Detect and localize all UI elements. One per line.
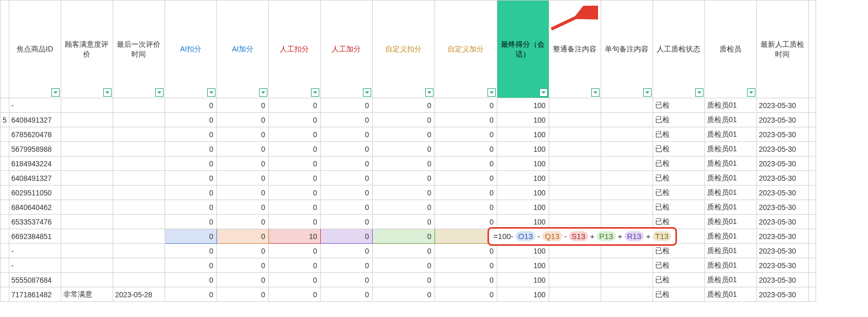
cell-note1[interactable] bbox=[549, 171, 601, 186]
cell-qcstat[interactable]: 已检 bbox=[653, 98, 704, 113]
column-header-sat[interactable]: 顾客满意度评价 bbox=[61, 1, 113, 98]
cell-cusminus[interactable]: 0 bbox=[372, 186, 435, 200]
cell-note2[interactable] bbox=[601, 113, 653, 127]
cell-note1[interactable] bbox=[549, 186, 601, 200]
cell-aiplus[interactable]: 0 bbox=[216, 156, 268, 171]
cell-sat[interactable] bbox=[61, 142, 113, 156]
cell-leadcol[interactable] bbox=[1, 287, 9, 302]
cell-prodid[interactable]: 6785620478 bbox=[9, 127, 61, 142]
cell-qctime[interactable]: 2023-05-30 bbox=[756, 142, 808, 156]
cell-cusminus[interactable]: 0 bbox=[372, 113, 435, 127]
cell-leadcol[interactable] bbox=[1, 229, 9, 244]
cell-tailcol[interactable] bbox=[808, 287, 816, 302]
cell-qctime[interactable]: 2023-05-30 bbox=[756, 258, 808, 273]
cell-qcstat[interactable]: 已检 bbox=[653, 200, 704, 215]
cell-inspector[interactable]: 质检员01 bbox=[704, 200, 756, 215]
column-header-note2[interactable]: 单句备注内容 bbox=[601, 1, 653, 98]
cell-note2[interactable] bbox=[601, 258, 653, 273]
column-header-tailcol[interactable] bbox=[808, 1, 816, 98]
cell-aiplus[interactable]: 0 bbox=[216, 142, 268, 156]
cell-qcstat[interactable]: 已检 bbox=[653, 287, 704, 302]
cell-sat[interactable] bbox=[61, 273, 113, 287]
cell-manplus[interactable]: 0 bbox=[320, 156, 372, 171]
cell-manplus[interactable]: 0 bbox=[320, 171, 372, 186]
cell-leadcol[interactable] bbox=[1, 142, 9, 156]
cell-inspector[interactable]: 质检员01 bbox=[704, 113, 756, 127]
cell-inspector[interactable]: 质检员01 bbox=[704, 215, 756, 229]
cell-note1[interactable] bbox=[549, 98, 601, 113]
cell-cusplus[interactable]: 0 bbox=[435, 127, 497, 142]
cell-final[interactable]: 100 bbox=[497, 156, 549, 171]
cell-inspector[interactable]: 质检员01 bbox=[704, 156, 756, 171]
column-header-final[interactable]: 最终得分（会话） bbox=[497, 1, 549, 98]
cell-qctime[interactable]: 2023-05-30 bbox=[756, 287, 808, 302]
cell-aiminus[interactable]: 0 bbox=[165, 98, 216, 113]
cell-cusplus[interactable]: 0 bbox=[435, 113, 497, 127]
cell-inspector[interactable]: 质检员01 bbox=[704, 287, 756, 302]
cell-final[interactable]: 100 bbox=[497, 127, 549, 142]
filter-toggle[interactable] bbox=[643, 88, 652, 97]
cell-note2[interactable] bbox=[601, 200, 653, 215]
cell-cusplus[interactable]: 0 bbox=[435, 244, 497, 258]
cell-final[interactable]: 100 bbox=[497, 98, 549, 113]
cell-sat[interactable] bbox=[61, 113, 113, 127]
cell-prodid[interactable]: 7171861482 bbox=[9, 287, 61, 302]
filter-toggle[interactable] bbox=[747, 88, 755, 97]
column-header-aiplus[interactable]: AI加分 bbox=[216, 1, 268, 98]
cell-manplus[interactable]: 0 bbox=[320, 215, 372, 229]
formula-editor[interactable]: =100-O13 - Q13 - S13 + P13 + R13 + T13 bbox=[487, 227, 677, 246]
cell-note1[interactable] bbox=[549, 142, 601, 156]
cell-aiminus[interactable]: 0 bbox=[165, 258, 216, 273]
cell-sat[interactable] bbox=[61, 127, 113, 142]
cell-inspector[interactable]: 质检员01 bbox=[704, 273, 756, 287]
cell-note1[interactable] bbox=[549, 127, 601, 142]
cell-sat[interactable] bbox=[61, 229, 113, 244]
cell-inspector[interactable]: 质检员01 bbox=[704, 244, 756, 258]
cell-manminus[interactable]: 0 bbox=[268, 127, 320, 142]
cell-manminus[interactable]: 0 bbox=[268, 215, 320, 229]
cell-final[interactable]: 100 bbox=[497, 273, 549, 287]
column-header-cusminus[interactable]: 自定义扣分 bbox=[372, 1, 435, 98]
cell-aiplus[interactable]: 0 bbox=[216, 113, 268, 127]
cell-lasteval[interactable] bbox=[113, 142, 165, 156]
cell-manplus[interactable]: 0 bbox=[320, 98, 372, 113]
cell-inspector[interactable]: 质检员01 bbox=[704, 258, 756, 273]
cell-final[interactable]: 100 bbox=[497, 258, 549, 273]
cell-leadcol[interactable] bbox=[1, 171, 9, 186]
cell-manminus[interactable]: 0 bbox=[268, 287, 320, 302]
cell-manplus[interactable]: 0 bbox=[320, 127, 372, 142]
cell-cusminus[interactable]: 0 bbox=[372, 258, 435, 273]
cell-qctime[interactable]: 2023-05-30 bbox=[756, 215, 808, 229]
cell-tailcol[interactable] bbox=[808, 273, 816, 287]
cell-lasteval[interactable]: 2023-05-28 bbox=[113, 287, 165, 302]
cell-cusplus[interactable]: 0 bbox=[435, 273, 497, 287]
cell-prodid[interactable]: 6840640462 bbox=[9, 200, 61, 215]
cell-aiplus[interactable]: 0 bbox=[216, 98, 268, 113]
cell-inspector[interactable]: 质检员01 bbox=[704, 98, 756, 113]
cell-note1[interactable] bbox=[549, 244, 601, 258]
cell-aiminus[interactable]: 0 bbox=[165, 186, 216, 200]
cell-aiplus[interactable]: 0 bbox=[216, 287, 268, 302]
cell-qcstat[interactable]: 已检 bbox=[653, 142, 704, 156]
cell-aiplus[interactable]: 0 bbox=[216, 171, 268, 186]
cell-note1[interactable] bbox=[549, 287, 601, 302]
filter-toggle[interactable] bbox=[51, 88, 60, 97]
cell-final[interactable]: 100 bbox=[497, 142, 549, 156]
cell-tailcol[interactable] bbox=[808, 127, 816, 142]
cell-prodid[interactable]: 6184943224 bbox=[9, 156, 61, 171]
filter-toggle[interactable] bbox=[425, 88, 433, 97]
cell-leadcol[interactable] bbox=[1, 215, 9, 229]
cell-qcstat[interactable]: 已检 bbox=[653, 127, 704, 142]
cell-cusplus[interactable]: 0 bbox=[435, 142, 497, 156]
cell-prodid[interactable]: - bbox=[9, 258, 61, 273]
cell-note2[interactable] bbox=[601, 273, 653, 287]
cell-leadcol[interactable] bbox=[1, 98, 9, 113]
cell-note1[interactable] bbox=[549, 113, 601, 127]
cell-lasteval[interactable] bbox=[113, 273, 165, 287]
cell-leadcol[interactable] bbox=[1, 127, 9, 142]
cell-leadcol[interactable] bbox=[1, 200, 9, 215]
cell-aiplus[interactable]: 0 bbox=[216, 127, 268, 142]
cell-tailcol[interactable] bbox=[808, 171, 816, 186]
cell-cusplus[interactable]: 0 bbox=[435, 258, 497, 273]
cell-cusminus[interactable]: 0 bbox=[372, 200, 435, 215]
